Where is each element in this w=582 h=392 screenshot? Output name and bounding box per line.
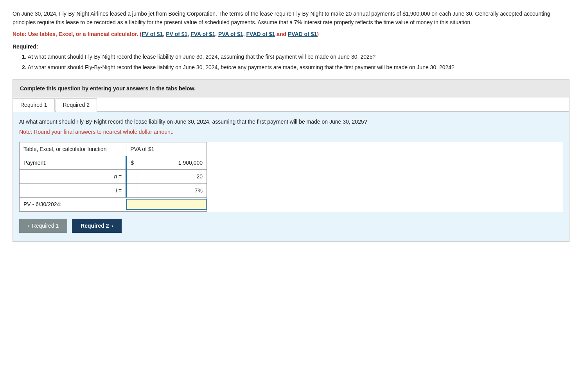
pv-link[interactable]: PV of $1: [166, 31, 187, 37]
payment-row: Payment: $ 1,900,000: [20, 156, 207, 169]
complete-box-text: Complete this question by entering your …: [20, 85, 196, 92]
note-red: Note: Use tables, Excel, or a financial …: [13, 31, 569, 37]
pvad-link[interactable]: PVAD of $1: [288, 31, 317, 37]
tab1-content: At what amount should Fly-By-Night recor…: [13, 112, 569, 241]
n-empty: [126, 170, 138, 183]
fv-link[interactable]: FV of $1: [142, 31, 163, 37]
nav-buttons: ‹ Required 1 Required 2 ›: [19, 219, 563, 236]
next-button[interactable]: Required 2 ›: [72, 219, 122, 233]
calc-table-section: Table, Excel, or calculator function PVA…: [19, 142, 563, 212]
note-links: (FV of $1, PV of $1, FVA of $1, PVA of $…: [140, 31, 319, 37]
required-heading: Required:: [13, 43, 569, 50]
n-label-cell: n =: [20, 170, 126, 183]
required-item-1: 1. At what amount should Fly-By-Night re…: [22, 53, 569, 61]
fva-link[interactable]: FVA of $1: [190, 31, 215, 37]
required-item-1-text: At what amount should Fly-By-Night recor…: [28, 54, 376, 60]
n-value: 20: [138, 170, 207, 183]
note-label: Note: Use tables, Excel, or a financial …: [13, 31, 138, 37]
required-item-2: 2. At what amount should Fly-By-Night re…: [22, 63, 569, 72]
i-label-cell: i =: [20, 183, 126, 197]
tab-required-2[interactable]: Required 2: [56, 98, 97, 112]
payment-dollar: $: [126, 156, 138, 169]
pva-link[interactable]: PVA of $1: [218, 31, 243, 37]
prev-button[interactable]: ‹ Required 1: [19, 219, 67, 233]
n-row: n = 20: [20, 170, 207, 183]
required-item-1-number: 1.: [22, 54, 27, 60]
n-label-italic: n: [114, 173, 117, 180]
fvad-link[interactable]: FVAD of $1: [246, 31, 275, 37]
i-value: 7%: [138, 183, 207, 197]
prev-button-label: Required 1: [32, 223, 59, 229]
tabs-container: Required 1 Required 2 At what amount sho…: [13, 97, 569, 242]
tab1-note: Note: Round your final answers to neares…: [19, 128, 563, 136]
prev-chevron-icon: ‹: [28, 223, 30, 229]
pv-label: PV - 6/30/2024:: [20, 198, 126, 211]
pv-input[interactable]: [126, 199, 207, 210]
tab1-question: At what amount should Fly-By-Night recor…: [19, 119, 367, 125]
tab-required-2-label: Required 2: [63, 102, 90, 108]
calc-table: Table, Excel, or calculator function PVA…: [19, 142, 207, 212]
pv-input-cell: [126, 198, 207, 211]
payment-label: Payment:: [20, 156, 126, 169]
tabs-bar: Required 1 Required 2: [13, 97, 569, 112]
next-chevron-icon: ›: [111, 223, 113, 229]
required-list: 1. At what amount should Fly-By-Night re…: [13, 53, 569, 72]
tab-required-1[interactable]: Required 1: [13, 98, 55, 112]
i-label-italic: i: [116, 187, 117, 194]
tab-required-1-label: Required 1: [20, 102, 47, 108]
col2-header: PVA of $1: [126, 142, 207, 156]
intro-paragraph: On June 30, 2024, Fly-By-Night Airlines …: [13, 9, 569, 27]
pv-row: PV - 6/30/2024:: [20, 198, 207, 211]
complete-box: Complete this question by entering your …: [13, 79, 569, 97]
required-item-2-number: 2.: [22, 64, 27, 70]
col1-header: Table, Excel, or calculator function: [20, 142, 126, 156]
payment-value: 1,900,000: [138, 156, 207, 169]
i-empty: [126, 183, 138, 197]
i-row: i = 7%: [20, 183, 207, 197]
next-button-label: Required 2: [81, 223, 109, 229]
